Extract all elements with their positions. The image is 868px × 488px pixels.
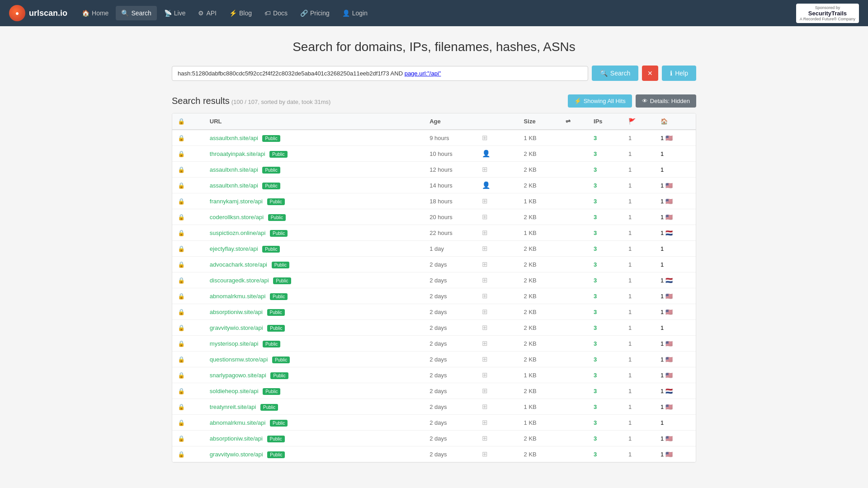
url-cell: abnomalrkmu.site/api Public [204,288,424,304]
rel-cell [560,446,588,462]
qr-icon: ⊞ [482,213,488,221]
result-url[interactable]: advocachark.store/api [210,261,267,268]
help-icon: ℹ [670,70,672,77]
result-url[interactable]: soldieheop.site/api [210,388,259,394]
result-url[interactable]: ejectyflay.store/api [210,245,258,252]
nav-blog[interactable]: ⚡ Blog [224,6,257,20]
search-button[interactable]: 🔍 Search [592,66,638,81]
results-title-block: Search results (100 / 107, sorted by dat… [172,96,330,106]
navigation: ● urlscan.io 🏠 Home 🔍 Search 📡 Live ⚙ AP… [0,0,868,26]
url-cell: snarlypagowo.site/api Public [204,367,424,383]
nav-live[interactable]: 📡 Live [159,6,191,20]
result-url[interactable]: coderollksn.store/api [210,214,264,221]
age-cell: 10 hours [424,146,476,162]
search-icon: 🔍 [600,70,608,77]
result-url[interactable]: assaultxnh.site/api [210,182,258,189]
visibility-badge: Public [267,198,285,205]
flag-count-cell: 1 [623,209,655,225]
ips-cell: 3 [588,446,623,462]
lock-icon: 🔒 [178,135,185,141]
age-cell: 22 hours [424,225,476,241]
scan-icon-cell: ⊞ [476,162,519,178]
showing-all-hits-button[interactable]: ⚡ Showing All Hits [568,94,632,108]
result-url[interactable]: throaatyinpak.site/api [210,150,265,157]
home-flag-cell: 1 [655,415,696,431]
rel-cell [560,336,588,352]
sponsor-block[interactable]: Sponsored by SecurityTrails A Recorded F… [796,4,859,23]
url-cell: coderollksn.store/api Public [204,209,424,225]
person-icon: 👤 [482,181,491,189]
flag-count-cell: 1 [623,162,655,178]
result-url[interactable]: abnomalrkmu.site/api [210,293,266,300]
lock-cell: 🔒 [172,193,204,209]
rel-cell [560,130,588,146]
nav-api[interactable]: ⚙ API [193,6,222,20]
size-cell: 1 KB [519,193,560,209]
lock-cell: 🔒 [172,146,204,162]
scan-icon-cell: ⊞ [476,383,519,399]
search-query-link[interactable]: page.url:"/api" [405,70,441,77]
brand-logo[interactable]: ● urlscan.io [9,5,67,21]
nav-docs[interactable]: 🏷 Docs [259,6,293,20]
url-cell: ejectyflay.store/api Public [204,241,424,257]
col-header-url: URL [204,113,424,130]
result-url[interactable]: abnomalrkmu.site/api [210,419,266,426]
qr-icon: ⊞ [482,134,488,141]
flag-count-cell: 1 [623,146,655,162]
nav-pricing[interactable]: 🔗 Pricing [295,6,335,20]
home-flag-cell: 1 🇳🇱 [655,272,696,288]
result-url[interactable]: absorptioniw.site/api [210,309,263,315]
table-row: 🔒 treatynreit.site/api Public 2 days ⊞ 1… [172,399,696,415]
result-url[interactable]: assaultxnh.site/api [210,166,258,173]
url-cell: throaatyinpak.site/api Public [204,146,424,162]
result-url[interactable]: treatynreit.site/api [210,404,256,410]
nav-login[interactable]: 👤 Login [337,6,373,20]
result-url[interactable]: mysterisop.site/api [210,340,259,347]
rel-cell [560,162,588,178]
result-url[interactable]: questionsmw.store/api [210,356,268,363]
size-cell: 2 KB [519,257,560,272]
details-hidden-button[interactable]: 👁 Details: Hidden [636,94,696,108]
flag-count-cell: 1 [623,288,655,304]
table-row: 🔒 gravvitywio.store/api Public 2 days ⊞ … [172,320,696,336]
qr-icon: ⊞ [482,244,488,252]
result-url[interactable]: assaultxnh.site/api [210,135,258,141]
result-url[interactable]: absorptioniw.site/api [210,435,263,442]
lock-icon: 🔒 [178,261,185,268]
result-url[interactable]: frannykamj.store/api [210,198,263,205]
home-flag-cell: 1 🇺🇸 [655,288,696,304]
visibility-badge: Public [267,309,285,316]
scan-icon-cell: ⊞ [476,320,519,336]
scan-icon-cell: ⊞ [476,446,519,462]
result-url[interactable]: discouragedk.store/api [210,277,269,284]
qr-icon: ⊞ [482,371,488,379]
result-url[interactable]: gravvitywio.store/api [210,324,263,331]
lock-cell: 🔒 [172,352,204,367]
ips-cell: 3 [588,320,623,336]
scan-icon-cell: ⊞ [476,415,519,431]
home-flag-cell: 1 🇺🇸 [655,304,696,320]
lock-cell: 🔒 [172,257,204,272]
rel-cell [560,304,588,320]
size-cell: 2 KB [519,431,560,446]
eye-icon: 👁 [642,98,648,104]
flag-count-cell: 1 [623,241,655,257]
clear-button[interactable]: ✕ [642,66,658,81]
flag-count-cell: 1 [623,383,655,399]
result-url[interactable]: snarlypagowo.site/api [210,372,266,379]
lock-icon: 🔒 [178,230,185,236]
home-flag-cell: 1 🇺🇸 [655,352,696,367]
rel-cell [560,383,588,399]
help-button[interactable]: ℹ Help [662,66,696,81]
result-url[interactable]: gravvitywio.store/api [210,451,263,458]
nav-search[interactable]: 🔍 Search [116,6,156,20]
lock-cell: 🔒 [172,399,204,415]
search-bar: hash:51280dabfbc880cdc5f92cc2f4f22c8032d… [172,66,696,81]
scan-icon-cell: ⊞ [476,193,519,209]
visibility-badge: Public [268,214,286,221]
nav-home[interactable]: 🏠 Home [76,6,114,20]
result-url[interactable]: suspictiozn.online/api [210,230,266,236]
url-cell: assaultxnh.site/api Public [204,162,424,178]
col-header-size: Size [519,113,560,130]
lock-cell: 🔒 [172,162,204,178]
